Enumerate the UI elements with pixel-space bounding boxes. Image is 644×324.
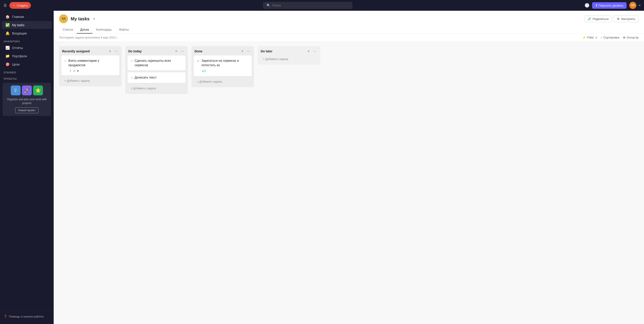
filter-button[interactable]: ⚡ Filter: 1 — [582, 36, 597, 39]
tab-list[interactable]: Список — [59, 26, 77, 34]
home-icon: 🏠 — [5, 15, 10, 19]
column-body-0: ○ Взять комментарии у проджектов 2 ⇄ ▶ +… — [59, 56, 122, 86]
sort-icon: ↕ — [600, 36, 602, 39]
search-bar[interactable]: 🔍 — [263, 2, 352, 9]
column-recently-assigned: Recently assigned + ··· ○ Взять коммента… — [59, 46, 122, 86]
column-add-button-1[interactable]: + — [174, 49, 178, 54]
check-icon-0: ○ — [64, 59, 67, 63]
subtask-icon: ⇄ — [73, 69, 75, 72]
upgrade-icon: ⬆ — [595, 4, 598, 7]
add-task-button-1[interactable]: + Добавить задачу — [128, 85, 186, 92]
column-title-do-later: Do later — [261, 50, 272, 53]
column-actions-2: + ··· — [240, 49, 251, 54]
tab-board[interactable]: Доска — [77, 26, 92, 34]
sidebar: 🏠 Главная ✅ My tasks 🔔 Входящие Аналитик… — [0, 11, 54, 324]
card-header-1: ○ Сделать скриншоты всех сервисов — [130, 59, 182, 67]
search-input[interactable] — [272, 4, 349, 7]
column-header-do-later: Do later + ··· — [258, 46, 320, 56]
column-more-button-0[interactable]: ··· — [114, 49, 118, 54]
check-icon-done-3: ✓ — [197, 59, 200, 63]
projects-section-label: Проекты — [0, 75, 54, 81]
column-actions-0: + ··· — [108, 49, 118, 54]
card-title-2: Дописать текст — [134, 75, 157, 80]
add-task-button-2[interactable]: + Добавить задачу — [194, 78, 252, 85]
table-row[interactable]: ○ Дописать текст — [128, 72, 186, 83]
project-icon-2: 🚀 — [22, 86, 32, 95]
card-title-1: Сделать скриншоты всех сервисов — [134, 59, 182, 67]
topbar-right: 🕐 ⬆ Повысить уровень ТЛ ▾ — [584, 2, 640, 9]
sort-button[interactable]: ↕ Сортировка — [600, 36, 620, 39]
column-add-button-0[interactable]: + — [108, 49, 112, 54]
create-button[interactable]: ＋ Создать — [10, 2, 31, 9]
user-avatar-button[interactable]: ТЛ — [629, 2, 636, 9]
check-icon-1: ○ — [130, 59, 133, 63]
tab-files[interactable]: Файлы — [116, 26, 132, 34]
topbar-left: ☰ ＋ Создать — [4, 2, 31, 9]
board: Recently assigned + ··· ○ Взять коммента… — [59, 46, 639, 319]
table-row[interactable]: ✓ Зарегаться на сервисах и потестить их … — [194, 56, 252, 76]
page-title-area: ТЛ My tasks ▾ — [59, 14, 95, 23]
add-task-button-0[interactable]: + Добавить задачу — [61, 77, 120, 84]
content-area: ТЛ My tasks ▾ 🔗 Поделиться ⚙ Настроить — [54, 11, 644, 324]
check-circle-icon: ✅ — [5, 23, 10, 27]
card-title-0: Взять комментарии у проджектов — [68, 59, 116, 67]
sidebar-item-inbox[interactable]: 🔔 Входящие — [2, 29, 52, 37]
bell-icon: 🔔 — [5, 31, 10, 35]
column-title-do-today: Do today — [128, 50, 142, 53]
column-actions-3: + ··· — [306, 49, 317, 54]
table-row[interactable]: ○ Взять комментарии у проджектов 2 ⇄ ▶ — [61, 56, 120, 75]
share-button[interactable]: 🔗 Поделиться — [584, 16, 612, 22]
projects-promo-card: 🎙 🚀 ⭐ Organize and plan your work with p… — [3, 83, 51, 116]
target-icon: 🎯 — [5, 62, 10, 67]
chart-icon: 📈 — [5, 46, 10, 50]
card-header-3: ✓ Зарегаться на сервисах и потестить их — [197, 59, 249, 67]
folder-icon: 📁 — [5, 54, 10, 58]
new-project-button[interactable]: Новый проект — [15, 107, 38, 113]
column-title-recently-assigned: Recently assigned — [62, 50, 90, 53]
tag-icon-3: 🏷 — [202, 69, 206, 73]
column-add-button-2[interactable]: + — [240, 49, 244, 54]
sidebar-item-reports[interactable]: 📈 Отчёты — [2, 44, 52, 52]
sidebar-footer: ❓ Помощь и начало работы — [0, 310, 54, 322]
plus-icon: ＋ — [12, 3, 16, 8]
title-chevron-icon[interactable]: ▾ — [93, 17, 95, 21]
page-tabs: Список Доска Календарь Файлы — [59, 26, 639, 33]
project-icon-1: 🎙 — [11, 86, 20, 95]
promo-text: Organize and plan your work with project… — [5, 98, 48, 105]
column-done: Done + ··· ✓ Зарегаться на сервисах и по… — [192, 46, 254, 87]
add-task-button-3[interactable]: + Добавить задачу — [260, 56, 318, 63]
last-task-text: Последняя задача выполнена 9 мар 2022 г. — [59, 36, 118, 39]
sidebar-item-mytasks[interactable]: ✅ My tasks — [2, 21, 52, 29]
sidebar-item-help[interactable]: ❓ Помощь и начало работы — [4, 313, 50, 319]
column-more-button-1[interactable]: ··· — [180, 49, 185, 54]
search-icon: 🔍 — [266, 4, 270, 7]
table-row[interactable]: ○ Сделать скриншоты всех сервисов — [128, 56, 186, 71]
card-header-2: ○ Дописать текст — [130, 75, 182, 80]
avatar-chevron[interactable]: ▾ — [639, 4, 640, 7]
toolbar-right: ⚡ Filter: 1 ↕ Сортировка ⊞ Group by — [582, 36, 639, 39]
column-do-later: Do later + ··· + Добавить задачу — [258, 46, 320, 65]
column-more-button-2[interactable]: ··· — [246, 49, 251, 54]
next-icon: ▶ — [77, 69, 79, 72]
tab-calendar[interactable]: Календарь — [92, 26, 116, 34]
history-icon[interactable]: 🕐 — [584, 3, 590, 8]
sidebar-item-goals[interactable]: 🎯 Цели — [2, 60, 52, 68]
customize-button[interactable]: ⚙ Настроить — [614, 16, 639, 22]
main-layout: 🏠 Главная ✅ My tasks 🔔 Входящие Аналитик… — [0, 11, 644, 324]
menu-icon[interactable]: ☰ — [4, 3, 7, 8]
starred-section-label: Starred — [0, 69, 54, 75]
column-more-button-3[interactable]: ··· — [312, 49, 317, 54]
column-header-do-today: Do today + ··· — [125, 46, 188, 56]
column-add-button-3[interactable]: + — [306, 49, 310, 54]
project-icon-3: ⭐ — [33, 86, 43, 95]
projects-icons: 🎙 🚀 ⭐ — [5, 86, 48, 95]
topbar: ☰ ＋ Создать 🔍 🕐 ⬆ Повысить уровень ТЛ ▾ — [0, 0, 644, 11]
column-do-today: Do today + ··· ○ Сделать скриншоты всех … — [125, 46, 188, 94]
column-actions-1: + ··· — [174, 49, 185, 54]
sidebar-item-portfolios[interactable]: 📁 Портфели — [2, 52, 52, 60]
settings-icon: ⚙ — [617, 17, 620, 21]
sidebar-item-home[interactable]: 🏠 Главная — [2, 13, 52, 21]
groupby-button[interactable]: ⊞ Group by — [623, 36, 639, 39]
upgrade-button[interactable]: ⬆ Повысить уровень — [592, 2, 626, 9]
help-icon: ❓ — [4, 315, 7, 318]
